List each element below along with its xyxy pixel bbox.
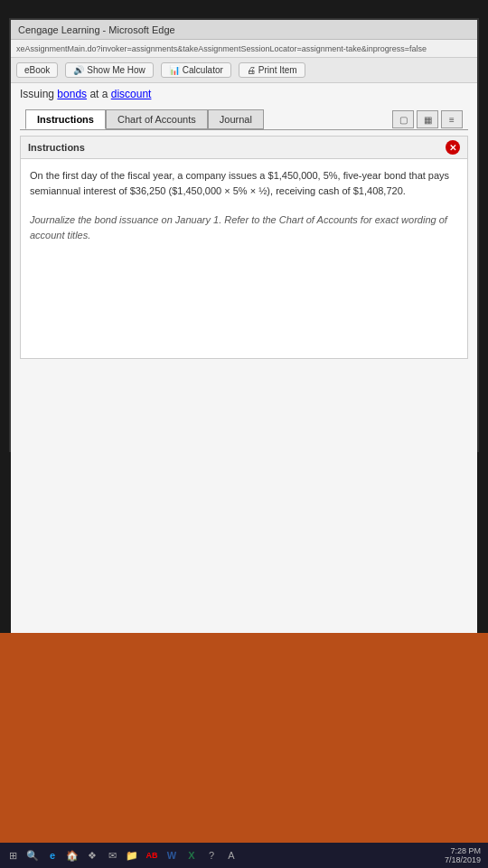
tab-journal[interactable]: Journal <box>208 109 264 129</box>
bonds-link[interactable]: bonds <box>57 88 87 100</box>
print-item-button[interactable]: 🖨 Print Item <box>239 62 305 78</box>
screen-outer: Cengage Learning - Microsoft Edge xeAssi… <box>0 0 488 633</box>
keyboard-area: ⊞ 🔍 e 🏠 ❖ ✉ 📁 AB W X ? A 7:28 PM 7/18/20… <box>0 633 488 868</box>
tabs-container: Instructions Chart of Accounts Journal <box>25 109 264 129</box>
speaker-icon: 🔊 <box>73 65 84 75</box>
title-bar: Cengage Learning - Microsoft Edge <box>11 20 477 40</box>
tab-chart-of-accounts[interactable]: Chart of Accounts <box>106 109 208 129</box>
edge-icon[interactable]: e <box>43 846 61 864</box>
file-explorer-icon[interactable]: 🏠 <box>63 846 81 864</box>
instructions-main-text: On the first day of the fiscal year, a c… <box>30 168 458 198</box>
print-icon: 🖨 <box>247 65 256 75</box>
window-view-icon[interactable]: ▢ <box>392 110 414 128</box>
close-instructions-button[interactable]: ✕ <box>446 140 460 155</box>
instructions-panel-header: Instructions ✕ <box>21 137 467 159</box>
instructions-body: On the first day of the fiscal year, a c… <box>21 159 467 358</box>
taskbar: ⊞ 🔍 e 🏠 ❖ ✉ 📁 AB W X ? A 7:28 PM 7/18/20… <box>0 843 488 868</box>
page-title: Issuing bonds at a discount <box>20 88 468 100</box>
clock-date: 7/18/2019 <box>445 855 481 864</box>
address-bar[interactable]: xeAssignmentMain.do?invoker=assignments&… <box>11 40 477 58</box>
taskbar-icon-1[interactable]: ❖ <box>83 846 101 864</box>
search-icon[interactable]: 🔍 <box>23 846 42 864</box>
folder-icon[interactable]: 📁 <box>123 846 141 864</box>
start-button[interactable]: ⊞ <box>4 846 22 864</box>
tabs-icons-row: Instructions Chart of Accounts Journal ▢ <box>20 106 468 130</box>
panel-wrapper: Instructions ✕ On the first day of the f… <box>11 130 477 635</box>
show-me-how-button[interactable]: 🔊 Show Me How <box>65 62 153 78</box>
view-icons: ▢ ▦ ≡ <box>392 110 463 128</box>
grid-view-icon[interactable]: ▦ <box>417 110 438 128</box>
tab-instructions[interactable]: Instructions <box>25 109 106 129</box>
acrobat-icon[interactable]: AB <box>143 846 161 864</box>
ebook-button[interactable]: eBook <box>16 62 58 78</box>
calc-icon: 📊 <box>169 65 180 75</box>
browser-title: Cengage Learning - Microsoft Edge <box>18 24 175 35</box>
browser-content: Issuing bonds at a discount Instructions… <box>11 83 477 635</box>
lang-icon[interactable]: A <box>222 846 240 864</box>
content-header: Issuing bonds at a discount Instructions… <box>11 83 477 130</box>
address-text: xeAssignmentMain.do?invoker=assignments&… <box>16 44 427 53</box>
instructions-italic-text: Journalize the bond issuance on January … <box>30 212 458 242</box>
mail-icon[interactable]: ✉ <box>103 846 121 864</box>
excel-icon[interactable]: X <box>183 846 201 864</box>
browser-toolbar: eBook 🔊 Show Me How 📊 Calculator 🖨 Print… <box>11 58 477 83</box>
instructions-header-label: Instructions <box>28 142 85 153</box>
instructions-panel: Instructions ✕ On the first day of the f… <box>20 136 468 359</box>
menu-view-icon[interactable]: ≡ <box>441 110 463 128</box>
screen-wrapper: Cengage Learning - Microsoft Edge xeAssi… <box>9 18 479 452</box>
system-clock: 7:28 PM 7/18/2019 <box>445 846 484 864</box>
calculator-button[interactable]: 📊 Calculator <box>161 62 231 78</box>
discount-link[interactable]: discount <box>111 88 152 100</box>
clock-time: 7:28 PM <box>445 846 481 855</box>
help-icon[interactable]: ? <box>202 846 221 864</box>
word-icon[interactable]: W <box>163 846 181 864</box>
